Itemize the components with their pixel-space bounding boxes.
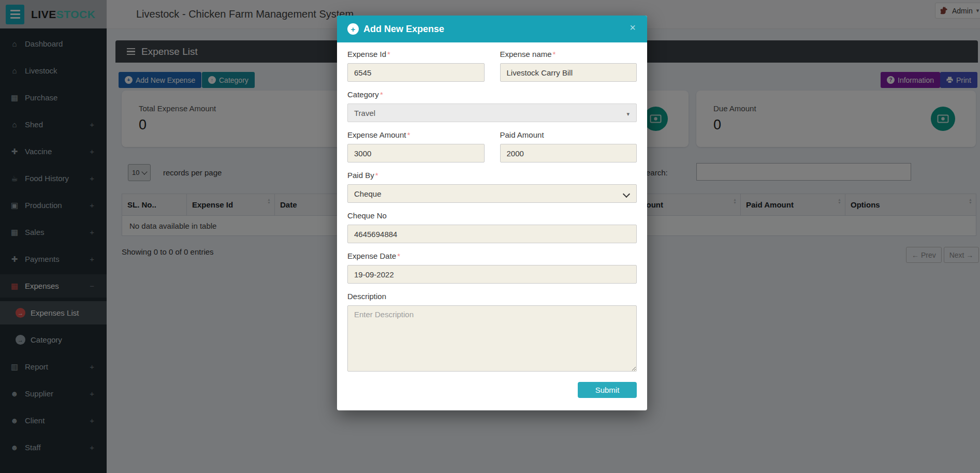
app-window: LIVESTOCK Livestock - Chicken Farm Manag… [0,0,980,473]
description-field[interactable] [347,305,637,372]
add-expense-modal: + Add New Expense × Expense Id* Expense … [337,16,647,410]
expense-id-label: Expense Id* [347,50,485,60]
cheque-no-group: Cheque No [347,211,637,243]
expense-amount-field[interactable] [347,144,485,162]
expense-amount-label: Expense Amount* [347,130,485,141]
submit-button[interactable]: Submit [578,382,637,398]
expense-name-group: Expense name* [500,50,637,82]
expense-id-group: Expense Id* [347,50,485,82]
expense-name-field[interactable] [500,63,637,82]
paid-by-group: Paid By* Cheque [347,171,637,203]
plus-circle-icon: + [347,23,359,35]
description-label: Description [347,292,637,302]
category-select[interactable]: Travel ▾ [347,104,637,122]
required-asterisk: * [397,252,400,260]
modal-title: Add New Expense [363,24,444,35]
required-asterisk: * [375,171,378,180]
category-group: Category* Travel ▾ [347,90,637,122]
cheque-no-field[interactable] [347,225,637,243]
expense-id-field[interactable] [347,63,485,82]
expense-date-label: Expense Date* [347,252,637,262]
expense-date-group: Expense Date* [347,252,637,284]
required-asterisk: * [407,130,410,139]
cheque-no-label: Cheque No [347,211,637,221]
chevron-down-icon [623,190,630,198]
close-icon[interactable]: × [626,22,639,33]
required-asterisk: * [387,50,390,58]
modal-header: + Add New Expense × [337,16,647,42]
expense-name-label: Expense name* [500,50,637,60]
required-asterisk: * [380,90,383,99]
modal-body: Expense Id* Expense name* Category* Trav… [337,42,647,410]
paid-by-label: Paid By* [347,171,637,181]
category-value: Travel [354,109,375,117]
expense-date-field[interactable] [347,265,637,284]
description-group: Description [347,292,637,374]
modal-footer: Submit [347,382,637,398]
caret-down-icon: ▾ [626,111,630,117]
required-asterisk: * [553,50,556,58]
paid-by-value: Cheque [354,189,382,198]
paid-amount-field[interactable] [500,144,637,162]
category-label: Category* [347,90,637,100]
expense-amount-group: Expense Amount* [347,130,485,162]
paid-amount-group: Paid Amount [500,130,637,162]
paid-by-select[interactable]: Cheque [347,184,637,203]
paid-amount-label: Paid Amount [500,130,637,141]
